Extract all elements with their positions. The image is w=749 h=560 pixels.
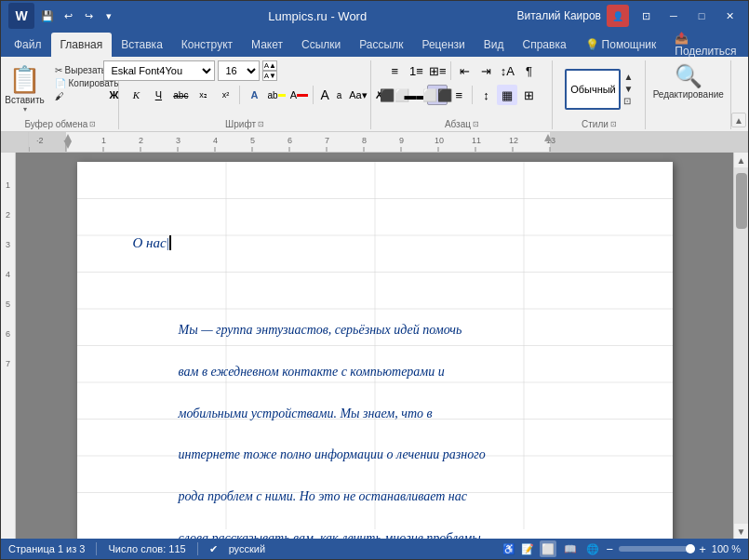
read-view[interactable]: 📖 bbox=[562, 540, 579, 557]
font-group-content: Eskal Font4You 16 A▲ A▼ Ж К Ч аbc х₂ bbox=[103, 60, 385, 117]
italic-button[interactable]: К bbox=[126, 85, 146, 105]
underline-button[interactable]: Ч bbox=[148, 85, 168, 105]
borders-button[interactable]: ⊞ bbox=[518, 85, 539, 105]
font-size-small[interactable]: a bbox=[334, 89, 345, 101]
font-size-decrease[interactable]: A▼ bbox=[262, 71, 277, 81]
sort-button[interactable]: ↕A bbox=[497, 60, 517, 81]
quickaccess-dropdown[interactable]: ▾ bbox=[100, 7, 118, 25]
zoom-slider[interactable] bbox=[619, 546, 693, 552]
font-size-select[interactable]: 16 bbox=[218, 60, 260, 81]
redo-button[interactable]: ↪ bbox=[79, 7, 98, 25]
decrease-indent-button[interactable]: ⇤ bbox=[454, 60, 475, 81]
ruler-corner bbox=[1, 132, 29, 152]
show-hide-button[interactable]: ¶ bbox=[518, 60, 539, 81]
editing-button[interactable]: 🔍 Редактирование bbox=[646, 60, 731, 102]
document-area[interactable]: О нас| Мы — группа энтузиастов, серьёзны… bbox=[16, 153, 733, 539]
svg-text:5: 5 bbox=[250, 136, 255, 145]
tab-mailings[interactable]: Рассылк bbox=[350, 33, 412, 57]
ribbon-collapse-area: ▲ bbox=[731, 60, 746, 129]
tab-view[interactable]: Вид bbox=[475, 33, 514, 57]
font-size-large[interactable]: A bbox=[317, 87, 331, 103]
font-color-button[interactable]: A bbox=[288, 85, 309, 105]
scroll-thumb[interactable] bbox=[736, 173, 747, 229]
tab-assistant[interactable]: 💡Помощник bbox=[576, 33, 666, 57]
ribbon-options-button[interactable]: ⊡ bbox=[635, 5, 657, 27]
paste-dropdown[interactable]: ▾ bbox=[23, 105, 27, 113]
svg-text:4: 4 bbox=[213, 136, 218, 145]
styles-expand[interactable]: ⊡ bbox=[610, 120, 617, 128]
user-avatar[interactable]: 👤 bbox=[607, 5, 629, 27]
align-right-button[interactable]: ⬜⬛ bbox=[427, 85, 448, 105]
bullet-list-button[interactable]: ≡ bbox=[384, 60, 405, 81]
language-info[interactable]: русский bbox=[229, 543, 265, 554]
styles-group: Обычный ▲ ▼ ⊡ Стили ⊡ bbox=[553, 60, 646, 129]
tab-share[interactable]: 📤 Поделиться bbox=[665, 33, 745, 57]
proofcheck-icon[interactable]: ✔ bbox=[209, 543, 218, 555]
font-expand[interactable]: ⊡ bbox=[258, 120, 264, 128]
text-effects-button[interactable]: A bbox=[244, 85, 264, 105]
print-layout-view[interactable]: ⬜ bbox=[540, 540, 556, 557]
styles-scroll-down[interactable]: ▼ bbox=[623, 84, 633, 94]
close-button[interactable]: ✕ bbox=[718, 5, 741, 27]
paste-button[interactable]: 📋 Вставить ▾ bbox=[0, 60, 50, 117]
svg-text:7: 7 bbox=[325, 136, 329, 145]
zoom-in-button[interactable]: + bbox=[699, 542, 706, 556]
zoom-thumb[interactable] bbox=[686, 544, 695, 553]
paragraph-expand[interactable]: ⊡ bbox=[473, 120, 479, 128]
tab-references[interactable]: Ссылки bbox=[292, 33, 350, 57]
tab-home[interactable]: Главная bbox=[51, 33, 113, 57]
editing-group-content: 🔍 Редактирование bbox=[646, 60, 731, 127]
tab-review[interactable]: Рецензи bbox=[412, 33, 474, 57]
svg-text:11: 11 bbox=[472, 136, 481, 145]
save-button[interactable]: 💾 bbox=[38, 7, 57, 25]
tab-layout[interactable]: Макет bbox=[242, 33, 292, 57]
align-left-button[interactable]: ⬛⬜ bbox=[384, 85, 405, 105]
tab-design[interactable]: Конструкт bbox=[172, 33, 242, 57]
strikethrough-button[interactable]: аbc bbox=[170, 85, 191, 105]
tab-help[interactable]: Справка bbox=[514, 33, 576, 57]
accessibility-button[interactable]: ♿ bbox=[502, 543, 515, 555]
scroll-up-button[interactable]: ▲ bbox=[734, 153, 749, 167]
styles-scroll-up[interactable]: ▲ bbox=[623, 72, 633, 82]
subscript-button[interactable]: х₂ bbox=[193, 85, 213, 105]
undo-button[interactable]: ↩ bbox=[59, 7, 77, 25]
minimize-button[interactable]: ─ bbox=[662, 5, 685, 27]
styles-group-content: Обычный ▲ ▼ ⊡ bbox=[565, 60, 633, 117]
ribbon-collapse-button[interactable]: ▲ bbox=[731, 113, 746, 127]
document-page[interactable]: О нас| Мы — группа энтузиастов, серьёзны… bbox=[77, 162, 673, 539]
highlight-button[interactable]: ab bbox=[266, 85, 287, 105]
tab-file[interactable]: Файл bbox=[5, 33, 51, 57]
ribbon-tabs: Файл Главная Вставка Конструкт Макет Ссы… bbox=[1, 31, 748, 57]
svg-text:·2: ·2 bbox=[36, 136, 44, 145]
scroll-down-button[interactable]: ▼ bbox=[734, 524, 749, 539]
restore-button[interactable]: □ bbox=[690, 5, 713, 27]
increase-indent-button[interactable]: ⇥ bbox=[475, 60, 496, 81]
tab-insert[interactable]: Вставка bbox=[112, 33, 172, 57]
page-body-text: Мы — группа энтузиастов, серьёзных идей … bbox=[133, 300, 626, 539]
bold-button[interactable]: Ж bbox=[103, 85, 124, 105]
word-logo: W bbox=[8, 3, 34, 29]
shading-button[interactable]: ▦ bbox=[497, 85, 517, 105]
styles-more[interactable]: ⊡ bbox=[623, 96, 633, 106]
vertical-scrollbar[interactable]: ▲ ▼ bbox=[733, 153, 748, 539]
body-area: 1 2 3 4 5 6 7 bbox=[1, 153, 748, 539]
change-case-button[interactable]: Aa▾ bbox=[346, 88, 369, 102]
multilevel-list-button[interactable]: ⊞≡ bbox=[427, 60, 448, 81]
style-normal[interactable]: Обычный bbox=[565, 69, 621, 110]
web-view[interactable]: 🌐 bbox=[584, 540, 601, 557]
clipboard-expand[interactable]: ⊡ bbox=[89, 120, 96, 128]
ruler-svg: ·2 ·1 1 2 3 4 5 6 7 bbox=[29, 132, 748, 152]
zoom-percent[interactable]: 100 % bbox=[712, 543, 741, 554]
line-spacing-button[interactable]: ↕ bbox=[475, 85, 496, 105]
clipboard-group: 📋 Вставить ▾ ✂ Вырезать 📄 Копировать 🖌 Б… bbox=[3, 60, 119, 129]
font-size-increase[interactable]: A▲ bbox=[262, 60, 277, 71]
document-content[interactable]: О нас| Мы — группа энтузиастов, серьёзны… bbox=[133, 190, 626, 539]
superscript-button[interactable]: х² bbox=[215, 85, 235, 105]
zoom-out-button[interactable]: − bbox=[607, 542, 614, 556]
notes-button[interactable]: 📝 bbox=[521, 543, 534, 555]
numbered-list-button[interactable]: 1≡ bbox=[406, 60, 426, 81]
justify-button[interactable]: ≡ bbox=[448, 85, 469, 105]
app-window: W 💾 ↩ ↪ ▾ Lumpics.ru - Word Виталий Каир… bbox=[0, 0, 749, 560]
paragraph-group-content: ≡ 1≡ ⊞≡ ⇤ ⇥ ↕A ¶ ⬛⬜ ▬▬ ⬜⬛ ≡ ↕ ▦ bbox=[384, 60, 539, 117]
font-name-select[interactable]: Eskal Font4You bbox=[103, 60, 215, 81]
